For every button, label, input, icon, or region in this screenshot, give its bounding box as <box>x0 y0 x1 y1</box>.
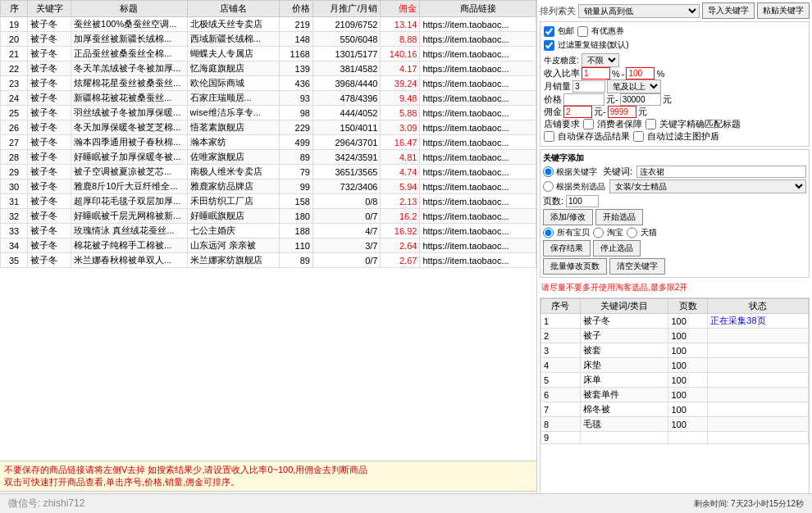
table-row[interactable]: 34 被子冬 棉花被子纯棉手工棉被... 山东远河 亲亲被 110 3/7 2.… <box>1 238 536 253</box>
cell-monthly: 4/7 <box>312 224 381 238</box>
ratio-label: 收入比率 <box>544 67 580 79</box>
cb-mail[interactable] <box>544 26 554 37</box>
auto-save-row: 自动保存选品结果 自动过滤主图护盾 <box>544 130 805 143</box>
queue-row[interactable]: 1 被子冬 100 正在采集38页 <box>541 314 809 329</box>
rb-by-cat[interactable] <box>543 181 554 192</box>
cell-link: https://item.taobaoc... <box>420 194 536 209</box>
cell-monthly: 3968/4440 <box>312 76 381 91</box>
cb-consumer-prot[interactable] <box>583 119 594 129</box>
cell-link: https://item.taobaoc... <box>420 135 536 150</box>
table-row[interactable]: 23 被子冬 炫耀棉花星蚕丝被桑蚕丝... 欧伦国际商城 436 3968/44… <box>1 76 536 91</box>
table-row[interactable]: 25 被子冬 羽丝绒被子冬被加厚保暖... wise维洁乐享专... 98 44… <box>1 106 536 120</box>
queue-row[interactable]: 5 床单 100 <box>541 373 809 388</box>
commission-min-input[interactable] <box>563 106 592 118</box>
table-row[interactable]: 35 被子冬 米兰娜春秋棉被单双人... 米兰娜家纺旗舰店 89 0/7 2.6… <box>1 253 536 268</box>
cell-monthly: 2964/3701 <box>312 135 381 150</box>
cb-mail-label: 包邮 <box>558 25 574 37</box>
queue-row[interactable]: 2 被子 100 <box>541 329 809 343</box>
table-row[interactable]: 28 被子冬 好睡眠被子加厚保暖冬被... 佐唯家旗舰店 89 3424/359… <box>1 150 536 165</box>
queue-row[interactable]: 7 棉冬被 100 <box>541 402 809 417</box>
queue-col-num: 序号 <box>541 299 581 314</box>
cb-auto-filter[interactable] <box>633 131 644 142</box>
paste-keyword-button[interactable]: 粘贴关键字 <box>757 2 810 19</box>
cell-commission: 3.09 <box>381 120 420 135</box>
cell-title: 好睡眠被子加厚保暖冬被... <box>71 150 188 165</box>
table-row[interactable]: 20 被子冬 加厚蚕丝被新疆长绒棉... 西域新疆长绒棉... 148 550/… <box>1 32 536 47</box>
batch-mod-button[interactable]: 批量修改页数 <box>543 258 607 275</box>
stop-sel-button[interactable]: 停止选品 <box>593 240 641 256</box>
cb-overlap[interactable] <box>544 40 554 51</box>
shop-req-label: 店铺要求 <box>544 118 580 130</box>
ratio-max-input[interactable] <box>626 67 655 79</box>
add-mod-button[interactable]: 添加/修改 <box>543 209 593 225</box>
rb-taobao[interactable] <box>593 227 604 238</box>
price-min-input[interactable] <box>563 93 604 106</box>
ratio-pct-label: % <box>612 69 620 79</box>
cb-overlap-label: 过滤重复链接(默认) <box>558 39 629 51</box>
cell-title: 羽丝绒被子冬被加厚保暖... <box>71 106 188 120</box>
price-max-input[interactable] <box>620 93 661 106</box>
save-results-button[interactable]: 保存结果 <box>543 240 591 256</box>
cell-kw: 被子冬 <box>28 106 71 120</box>
cell-commission: 5.88 <box>381 106 420 120</box>
kw-text-input[interactable] <box>636 166 806 178</box>
sort-row: 排列索关 销量从高到低 导入关键字 粘贴关键字 <box>540 2 810 19</box>
cell-shop: 米兰娜家纺旗舰店 <box>187 253 279 268</box>
table-row[interactable]: 27 被子冬 瀚本四季通用被子春秋棉... 瀚本家纺 499 2964/3701… <box>1 135 536 150</box>
cb-kw-exact[interactable] <box>645 119 656 129</box>
commission-max-input[interactable] <box>608 106 636 118</box>
rb-by-kw[interactable] <box>543 166 554 177</box>
queue-cell-pages: 100 <box>668 373 708 388</box>
table-row[interactable]: 26 被子冬 冬天加厚保暖冬被芝芝棉... 悟茗素旗舰店 229 150/401… <box>1 120 536 135</box>
slider-select[interactable]: 不限 <box>582 53 619 67</box>
col-header-link: 商品链接 <box>420 1 536 17</box>
ratio-min-input[interactable] <box>582 67 610 79</box>
cb-auto-save-label: 自动保存选品结果 <box>558 130 630 143</box>
table-row[interactable]: 22 被子冬 冬天羊羔绒被子冬被加厚... 忆海庭旗舰店 139 381/458… <box>1 61 536 76</box>
table-row[interactable]: 30 被子冬 雅鹿8斤10斤大豆纤维全... 雅鹿家纺品牌店 99 732/34… <box>1 179 536 194</box>
rb-tmall[interactable] <box>627 227 637 238</box>
cell-kw: 被子冬 <box>28 32 71 47</box>
cell-commission: 2.64 <box>381 238 420 253</box>
cell-monthly: 444/4052 <box>312 106 381 120</box>
cb-coupon[interactable] <box>577 26 588 37</box>
cat-select[interactable]: 女装/女士精品 <box>609 179 806 193</box>
queue-row[interactable]: 3 被套 100 <box>541 343 809 358</box>
cell-title: 冬天羊羔绒被子冬被加厚... <box>71 61 188 76</box>
month-sales-input[interactable] <box>573 80 605 93</box>
table-row[interactable]: 31 被子冬 超厚印花毛毯子双层加厚... 禾田纺织工厂店 158 0/8 2.… <box>1 194 536 209</box>
bottom-notice: 不要保存的商品链接请将左侧V去掉 如搜索结果少,请设置收入比率0~100,用佣金… <box>0 461 536 491</box>
table-row[interactable]: 32 被子冬 好睡眠被千层无网棉被新... 好睡眠旗舰店 180 0/7 16.… <box>1 209 536 224</box>
rb-all[interactable] <box>543 227 554 238</box>
queue-row[interactable]: 4 床垫 100 <box>541 358 809 373</box>
kw-add-title: 关键字添加 <box>543 152 806 164</box>
table-row[interactable]: 19 被子冬 蚕丝被100%桑蚕丝空调... 北极绒天丝专卖店 219 2109… <box>1 17 536 32</box>
footer: 微信号: zhishi712 剩余时间: 7天23小时15分12秒 <box>0 493 812 513</box>
clear-kw-button[interactable]: 清空关键字 <box>609 258 665 275</box>
cell-monthly: 0/7 <box>312 209 381 224</box>
slider-row: 牛皮糖度: 不限 <box>544 53 805 67</box>
pages-input[interactable] <box>566 195 599 207</box>
cell-kw: 被子冬 <box>28 120 71 135</box>
table-row[interactable]: 29 被子冬 被子空调被夏凉被芝芯... 南极人维米专卖店 79 3651/35… <box>1 165 536 179</box>
import-keyword-button[interactable]: 导入关键字 <box>702 2 755 19</box>
table-row[interactable]: 21 被子冬 正品蚕丝被桑蚕丝全棉... 蝴蝶夫人专属店 1168 1301/5… <box>1 47 536 61</box>
kw-radio-row-1: 根据关键字 关键词: <box>543 166 806 178</box>
month-cond-select[interactable]: 笔及以上 <box>607 79 661 93</box>
table-row[interactable]: 33 被子冬 玫瑰情泳 真丝绒花蚕丝... 七公主婚庆 188 4/7 16.9… <box>1 224 536 238</box>
slider-label: 牛皮糖度: <box>544 55 579 66</box>
queue-cell-status <box>708 402 809 417</box>
queue-cell-status <box>708 343 809 358</box>
queue-row[interactable]: 6 被套单件 100 <box>541 388 809 402</box>
kw-add-section: 关键字添加 根据关键字 关键词: 根据类别选品 女装/女士精品 页数: 添加/修… <box>540 149 810 278</box>
table-row[interactable]: 24 被子冬 新疆棉花被花被桑蚕丝... 石家庄瑞顺居... 93 478/43… <box>1 91 536 106</box>
queue-row[interactable]: 8 毛毯 100 <box>541 417 809 432</box>
start-sel-button[interactable]: 开始选品 <box>595 209 643 225</box>
queue-row[interactable]: 9 <box>541 432 809 444</box>
queue-cell-status: 正在采集38页 <box>708 314 809 329</box>
cell-kw: 被子冬 <box>28 91 71 106</box>
cb-auto-save[interactable] <box>544 131 554 142</box>
cb-coupon-label: 有优惠券 <box>591 25 624 37</box>
cell-price: 139 <box>279 61 312 76</box>
sort-select[interactable]: 销量从高到低 <box>578 4 700 18</box>
